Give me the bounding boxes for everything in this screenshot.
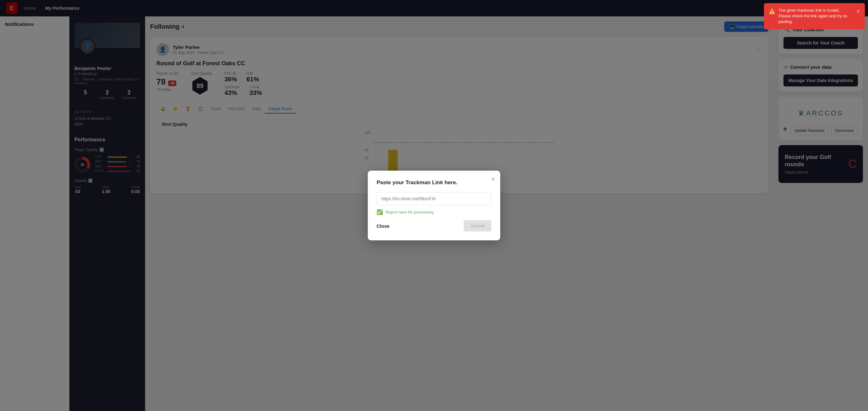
modal-overlay[interactable]: × Paste your Trackman Link here. ✅ Repor… xyxy=(0,0,868,411)
trackman-link-input[interactable] xyxy=(377,192,491,205)
error-banner: ⚠️ The given trackman link is invalid. P… xyxy=(764,3,865,29)
error-banner-close[interactable]: × xyxy=(856,7,860,15)
modal-close-x-button[interactable]: × xyxy=(491,176,495,183)
trackman-modal: × Paste your Trackman Link here. ✅ Repor… xyxy=(368,171,500,240)
modal-actions: Close Submit xyxy=(377,220,491,231)
modal-success-message: ✅ Report sent for processing xyxy=(377,209,491,215)
success-text: Report sent for processing xyxy=(385,210,433,215)
modal-submit-button: Submit xyxy=(464,220,491,231)
modal-title: Paste your Trackman Link here. xyxy=(377,180,491,186)
modal-close-button[interactable]: Close xyxy=(377,223,390,229)
success-check-icon: ✅ xyxy=(377,209,383,215)
error-banner-text: The given trackman link is invalid. Plea… xyxy=(778,7,853,25)
warning-icon: ⚠️ xyxy=(769,8,775,15)
